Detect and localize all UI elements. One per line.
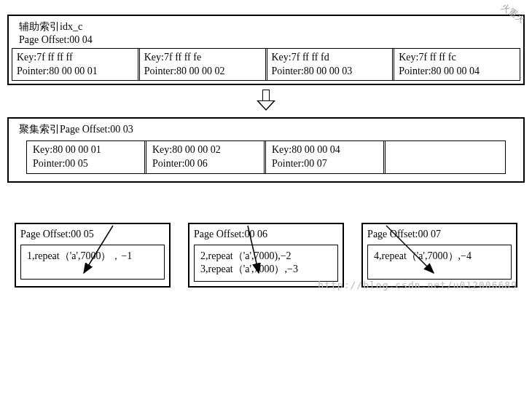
clustered-entry: Key:80 00 00 04 Pointer:00 07 xyxy=(266,141,386,173)
down-arrow-icon xyxy=(257,90,275,111)
entry-key: Key:7f ff ff ff xyxy=(17,51,133,64)
secondary-index-title: 辅助索引idx_c xyxy=(19,20,513,33)
entry-ptr: Pointer:80 00 00 02 xyxy=(144,65,261,78)
entry-key: Key:7f ff ff fd xyxy=(272,51,388,64)
leaf-body: 2,repeat（'a',7000),−2 3,repeat（'a',7000）… xyxy=(194,245,338,282)
leaf-row: Page Offset:00 05 1,repeat（'a',7000），−1 … xyxy=(7,223,525,288)
leaf-title: Page Offset:00 06 xyxy=(194,229,338,240)
leaf-body: 1,repeat（'a',7000），−1 xyxy=(20,245,165,280)
secondary-index-header: 辅助索引idx_c Page Offset:00 04 xyxy=(12,19,520,48)
entry-key: Key:80 00 00 04 xyxy=(272,143,378,157)
clustered-index-row: Key:80 00 00 01 Pointer:00 05 Key:80 00 … xyxy=(26,140,506,174)
entry-ptr: Pointer:00 07 xyxy=(272,157,378,171)
leaf-body: 4,repeat（'a',7000）,−4 xyxy=(367,245,512,280)
secondary-entry: Key:7f ff ff fd Pointer:80 00 00 03 xyxy=(267,49,395,79)
entry-key: Key:80 00 00 02 xyxy=(152,143,258,157)
watermark-text: http://blog.csdn.net/u012006689 xyxy=(318,280,517,290)
leaf-title: Page Offset:00 05 xyxy=(20,229,165,240)
entry-ptr: Pointer:00 06 xyxy=(152,157,258,171)
leaf-line: 3,repeat（'a',7000）,−3 xyxy=(200,263,332,277)
entry-key: Key:80 00 00 01 xyxy=(33,143,138,157)
clustered-entry-empty xyxy=(386,141,505,173)
entry-ptr: Pointer:80 00 00 04 xyxy=(399,65,515,78)
clustered-entry: Key:80 00 00 02 Pointer:00 06 xyxy=(146,141,266,173)
entry-key: Key:7f ff ff fc xyxy=(399,51,515,64)
entry-key: Key:7f ff ff fe xyxy=(144,51,261,64)
secondary-entry: Key:7f ff ff ff Pointer:80 00 00 01 xyxy=(12,49,140,79)
secondary-entry: Key:7f ff ff fe Pointer:80 00 00 02 xyxy=(140,49,267,79)
leaf-page-07: Page Offset:00 07 4,repeat（'a',7000）,−4 xyxy=(361,223,517,288)
secondary-index-block: 辅助索引idx_c Page Offset:00 04 Key:7f ff ff… xyxy=(7,15,525,85)
secondary-entry: Key:7f ff ff fc Pointer:80 00 00 04 xyxy=(394,49,520,79)
leaf-page-05: Page Offset:00 05 1,repeat（'a',7000），−1 xyxy=(15,223,171,288)
leaf-line: 2,repeat（'a',7000),−2 xyxy=(200,250,332,264)
clustered-entry: Key:80 00 00 01 Pointer:00 05 xyxy=(27,141,146,173)
clustered-index-block: 聚集索引Page Offset:00 03 Key:80 00 00 01 Po… xyxy=(7,117,525,183)
entry-ptr: Pointer:80 00 00 01 xyxy=(17,65,133,78)
entry-ptr: Pointer:80 00 00 03 xyxy=(272,65,388,78)
leaf-title: Page Offset:00 07 xyxy=(367,229,512,240)
secondary-index-row: Key:7f ff ff ff Pointer:80 00 00 01 Key:… xyxy=(12,48,520,80)
entry-ptr: Pointer:00 05 xyxy=(33,157,138,171)
clustered-index-title: 聚集索引Page Offset:00 03 xyxy=(12,122,520,140)
leaf-page-06: Page Offset:00 06 2,repeat（'a',7000),−2 … xyxy=(188,223,344,288)
secondary-index-offset: Page Offset:00 04 xyxy=(19,33,513,47)
